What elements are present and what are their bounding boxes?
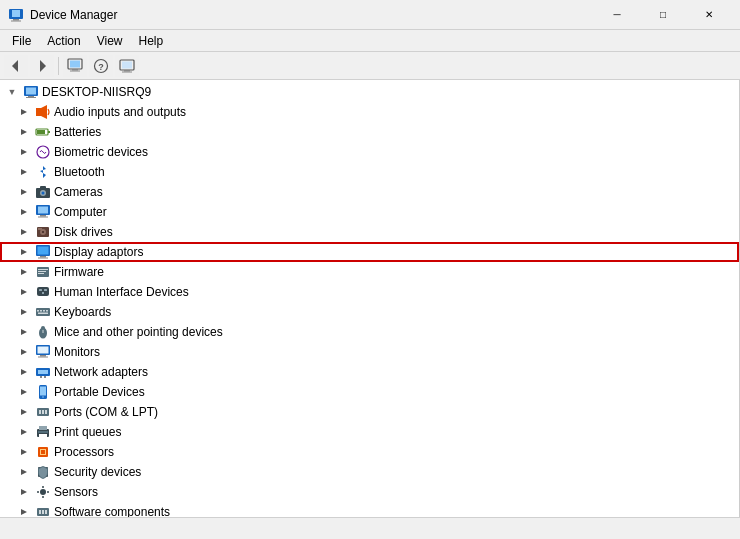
tree-expander[interactable] (16, 424, 32, 440)
minimize-button[interactable]: ─ (594, 0, 640, 30)
svg-marker-55 (21, 289, 27, 295)
tree-item[interactable]: Cameras (0, 182, 739, 202)
svg-rect-3 (11, 20, 21, 21)
svg-rect-65 (46, 310, 48, 312)
svg-rect-47 (38, 247, 49, 255)
tree-expander[interactable] (16, 404, 32, 420)
svg-marker-76 (21, 369, 27, 375)
tree-item[interactable]: Human Interface Devices (0, 282, 739, 302)
svg-rect-64 (43, 310, 45, 312)
tree-item[interactable]: Keyboards (0, 302, 739, 322)
svg-rect-14 (124, 70, 130, 72)
device-label: Cameras (54, 185, 103, 199)
tree-expander[interactable] (16, 244, 32, 260)
tree-expander[interactable] (16, 344, 32, 360)
tree-expander[interactable] (16, 204, 32, 220)
svg-rect-87 (39, 410, 41, 414)
app-icon (8, 7, 24, 23)
tree-expander[interactable] (16, 324, 32, 340)
tree-expander[interactable] (16, 464, 32, 480)
device-icon (35, 204, 51, 220)
tree-expander[interactable] (16, 104, 32, 120)
svg-rect-89 (45, 410, 47, 414)
svg-point-102 (40, 489, 46, 495)
tree-item[interactable]: Batteries (0, 122, 739, 142)
tree-item[interactable]: Mice and other pointing devices (0, 322, 739, 342)
back-button[interactable] (4, 55, 28, 77)
svg-rect-57 (39, 289, 42, 291)
tree-item[interactable]: Software components (0, 502, 739, 517)
tree-expander[interactable] (16, 284, 32, 300)
svg-rect-39 (38, 217, 48, 218)
svg-rect-34 (40, 186, 46, 189)
tree-item[interactable]: Disk drives (0, 222, 739, 242)
device-label: Mice and other pointing devices (54, 325, 223, 339)
device-tree[interactable]: ▼ DESKTOP-NIISRQ9 Audio inputs and outpu… (0, 80, 740, 517)
tree-item[interactable]: Display adaptors (0, 242, 739, 262)
computer-button[interactable] (63, 55, 87, 77)
svg-marker-22 (41, 105, 47, 119)
status-bar (0, 517, 740, 539)
device-icon (35, 344, 51, 360)
svg-rect-18 (28, 96, 34, 97)
device-icon (35, 504, 51, 517)
svg-rect-80 (44, 376, 46, 378)
forward-button[interactable] (30, 55, 54, 77)
menu-item-action[interactable]: Action (39, 32, 88, 50)
maximize-button[interactable]: □ (640, 0, 686, 30)
svg-rect-26 (37, 130, 45, 134)
tree-item[interactable]: Biometric devices (0, 142, 739, 162)
tree-item[interactable]: Security devices (0, 462, 739, 482)
toolbar-separator-1 (58, 57, 59, 75)
device-icon (35, 104, 51, 120)
close-button[interactable]: ✕ (686, 0, 732, 30)
svg-rect-94 (38, 431, 48, 433)
svg-rect-79 (40, 376, 42, 378)
tree-item[interactable]: Ports (COM & LPT) (0, 402, 739, 422)
tree-root[interactable]: ▼ DESKTOP-NIISRQ9 (0, 82, 739, 102)
device-icon (35, 404, 51, 420)
tree-item[interactable]: Audio inputs and outputs (0, 102, 739, 122)
svg-rect-62 (37, 310, 39, 312)
tree-expander[interactable] (16, 164, 32, 180)
tree-expander[interactable] (16, 184, 32, 200)
tree-expander[interactable] (16, 144, 32, 160)
tree-expander[interactable] (16, 484, 32, 500)
tree-expander[interactable] (16, 224, 32, 240)
svg-rect-21 (36, 108, 41, 116)
tree-item[interactable]: Monitors (0, 342, 739, 362)
tree-expander[interactable] (16, 444, 32, 460)
device-label: Batteries (54, 125, 101, 139)
menu-item-view[interactable]: View (89, 32, 131, 50)
tree-expander[interactable] (16, 384, 32, 400)
tree-item[interactable]: Portable Devices (0, 382, 739, 402)
svg-rect-48 (40, 256, 46, 258)
menu-item-file[interactable]: File (4, 32, 39, 50)
tree-item[interactable]: Print queues (0, 422, 739, 442)
device-label: Portable Devices (54, 385, 145, 399)
svg-rect-8 (72, 69, 78, 71)
tree-item[interactable]: Network adapters (0, 362, 739, 382)
display-button[interactable] (115, 55, 139, 77)
window-title: Device Manager (30, 8, 594, 22)
tree-item[interactable]: Bluetooth (0, 162, 739, 182)
tree-expander[interactable] (16, 124, 32, 140)
tree-item[interactable]: Firmware (0, 262, 739, 282)
svg-rect-13 (122, 61, 132, 68)
svg-rect-58 (44, 289, 47, 291)
svg-marker-101 (21, 489, 27, 495)
help-button[interactable]: ? (89, 55, 113, 77)
root-expander[interactable]: ▼ (4, 84, 20, 100)
tree-item[interactable]: Processors (0, 442, 739, 462)
tree-item[interactable]: Computer (0, 202, 739, 222)
tree-expander[interactable] (16, 264, 32, 280)
tree-expander[interactable] (16, 364, 32, 380)
menu-item-help[interactable]: Help (131, 32, 172, 50)
tree-expander[interactable] (16, 304, 32, 320)
device-label: Bluetooth (54, 165, 105, 179)
svg-rect-93 (39, 434, 47, 438)
tree-expander[interactable] (16, 504, 32, 517)
svg-rect-54 (38, 273, 44, 274)
tree-item[interactable]: Sensors (0, 482, 739, 502)
device-label: Software components (54, 505, 170, 517)
